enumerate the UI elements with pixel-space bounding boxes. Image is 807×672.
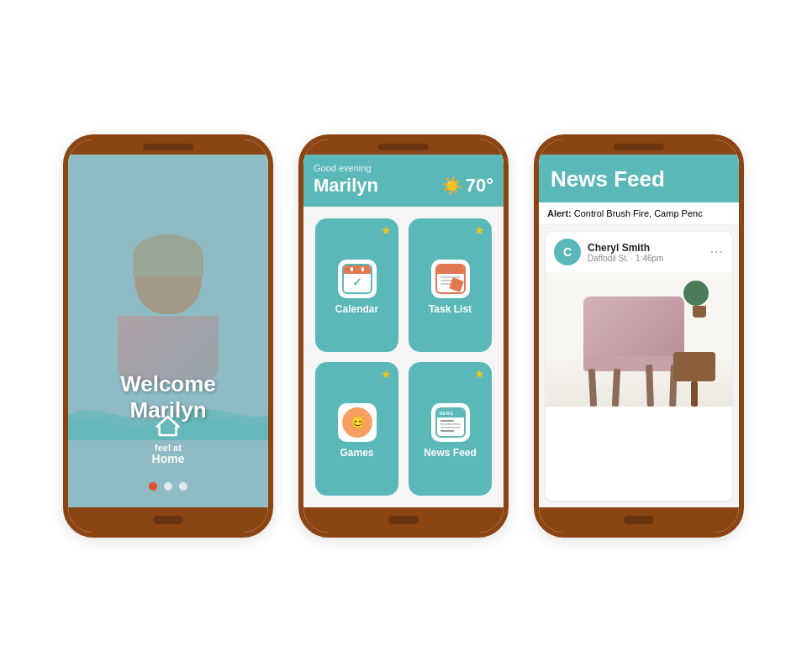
task-list-icon bbox=[435, 264, 466, 294]
calendar-tile[interactable]: ★ ✓ bbox=[315, 218, 398, 352]
feel-at-home-logo: feel at Home bbox=[152, 415, 185, 465]
phone-1-notch bbox=[143, 144, 193, 150]
task-list-tile[interactable]: ★ Task List bbox=[409, 218, 492, 352]
phone-3-newsfeed: News Feed Alert: Control Brush Fire, Cam… bbox=[534, 134, 744, 538]
phone-2-screen: Good evening Marilyn ☀️ 70° ★ bbox=[303, 155, 504, 507]
house-icon bbox=[152, 415, 185, 441]
newsfeed-post-card: C Cheryl Smith Daffodil St. · 1:46pm ··· bbox=[546, 232, 732, 501]
svg-marker-0 bbox=[157, 417, 179, 435]
news-feed-icon-box: NEWS bbox=[431, 403, 470, 442]
greeting-row: Marilyn ☀️ 70° bbox=[314, 175, 493, 197]
chair-seat bbox=[583, 356, 684, 371]
news-feed-label: News Feed bbox=[424, 447, 477, 459]
poster-avatar: C bbox=[554, 239, 581, 265]
games-label: Games bbox=[340, 447, 373, 459]
home-header: Good evening Marilyn ☀️ 70° bbox=[303, 155, 504, 207]
task-list-star: ★ bbox=[474, 223, 485, 237]
post-header: C Cheryl Smith Daffodil St. · 1:46pm ··· bbox=[546, 232, 732, 272]
calendar-label: Calendar bbox=[335, 303, 378, 315]
home-screen: Good evening Marilyn ☀️ 70° ★ bbox=[303, 155, 504, 507]
phone-3-home-button[interactable] bbox=[624, 516, 654, 524]
cal-pin-left bbox=[351, 267, 353, 271]
table-top bbox=[673, 352, 715, 381]
phone-2-home-button[interactable] bbox=[388, 516, 419, 524]
cal-body: ✓ bbox=[344, 274, 371, 291]
newsfeed-screen: News Feed Alert: Control Brush Fire, Cam… bbox=[539, 155, 739, 507]
logo-text: feel at Home bbox=[152, 443, 185, 465]
phone-2-top-bar bbox=[303, 139, 504, 155]
phone-3-top-bar bbox=[539, 139, 739, 155]
task-header bbox=[437, 265, 464, 274]
plant-pot bbox=[693, 306, 706, 318]
news-line-2 bbox=[440, 423, 461, 425]
welcome-line1: Welcome bbox=[120, 371, 216, 396]
poster-sub: Daffodil St. · 1:46pm bbox=[588, 254, 704, 263]
cal-pins bbox=[351, 267, 364, 271]
weather-widget: ☀️ 70° bbox=[441, 175, 493, 197]
phone-3-screen: News Feed Alert: Control Brush Fire, Cam… bbox=[539, 155, 739, 507]
phone-1-top-bar bbox=[68, 139, 268, 155]
games-icon: 😊 bbox=[342, 407, 372, 438]
cal-pin-right bbox=[361, 267, 364, 271]
phone-2-bottom-bar bbox=[303, 507, 504, 533]
games-tile[interactable]: ★ 😊 Games bbox=[315, 362, 398, 496]
more-options-button[interactable]: ··· bbox=[710, 244, 724, 260]
calendar-star: ★ bbox=[381, 223, 392, 237]
newsfeed-header: News Feed bbox=[539, 155, 739, 202]
dot-3[interactable] bbox=[179, 482, 187, 491]
news-line-1 bbox=[440, 420, 455, 422]
cal-checkmark: ✓ bbox=[352, 276, 362, 289]
side-table bbox=[673, 352, 715, 407]
greeting-name: Marilyn bbox=[314, 175, 378, 197]
svg-text:😊: 😊 bbox=[350, 416, 365, 430]
chair-leg-2 bbox=[612, 369, 620, 407]
welcome-screen: Welcome Marilyn feel at Home bbox=[68, 155, 268, 507]
apps-grid: ★ ✓ bbox=[303, 207, 504, 507]
news-header: NEWS bbox=[437, 409, 464, 417]
news-line-3 bbox=[440, 427, 461, 428]
phone-1-welcome: Welcome Marilyn feel at Home bbox=[63, 134, 273, 538]
phone-2-notch bbox=[378, 144, 429, 150]
news-mini-label: NEWS bbox=[440, 411, 454, 416]
phone-2-home: Good evening Marilyn ☀️ 70° ★ bbox=[298, 134, 509, 538]
post-meta: Cheryl Smith Daffodil St. · 1:46pm bbox=[588, 242, 704, 263]
games-star: ★ bbox=[381, 367, 392, 381]
plant-leaves bbox=[683, 281, 709, 306]
task-line-1 bbox=[440, 276, 461, 278]
task-list-icon-box bbox=[431, 260, 470, 298]
chair-leg-1 bbox=[588, 369, 597, 407]
news-feed-tile[interactable]: ★ NEWS bbox=[409, 362, 492, 496]
alert-text: Control Brush Fire, Camp Penc bbox=[574, 208, 703, 218]
poster-name: Cheryl Smith bbox=[588, 242, 704, 254]
phone-1-home-button[interactable] bbox=[153, 516, 183, 524]
dot-2[interactable] bbox=[164, 482, 172, 491]
phone-1-bottom-bar bbox=[68, 507, 268, 533]
phone-1-screen: Welcome Marilyn feel at Home bbox=[68, 155, 268, 507]
news-lines bbox=[437, 417, 464, 434]
news-feed-star: ★ bbox=[474, 367, 485, 381]
chair-leg-3 bbox=[646, 365, 654, 407]
news-line-4 bbox=[440, 430, 455, 432]
calendar-icon-box: ✓ bbox=[338, 260, 377, 298]
phone-3-notch bbox=[614, 144, 664, 150]
temperature: 70° bbox=[466, 175, 493, 197]
table-leg bbox=[691, 381, 698, 407]
games-icon-box: 😊 bbox=[338, 403, 377, 442]
sun-icon: ☀️ bbox=[441, 176, 462, 196]
phone-3-bottom-bar bbox=[539, 507, 739, 533]
chair-scene bbox=[546, 272, 732, 407]
plant bbox=[689, 289, 709, 318]
calendar-icon: ✓ bbox=[342, 264, 372, 294]
post-image bbox=[546, 272, 732, 407]
newsfeed-title: News Feed bbox=[551, 166, 727, 192]
logo-home: Home bbox=[152, 452, 185, 465]
cal-header bbox=[344, 265, 371, 274]
good-evening-text: Good evening bbox=[314, 163, 493, 173]
task-list-label: Task List bbox=[429, 303, 472, 315]
dots-indicator bbox=[149, 482, 187, 491]
alert-label: Alert: bbox=[547, 208, 572, 218]
chair-back bbox=[583, 297, 684, 360]
newsfeed-alert: Alert: Control Brush Fire, Camp Penc bbox=[539, 202, 739, 225]
news-feed-icon: NEWS bbox=[435, 407, 466, 438]
dot-1[interactable] bbox=[149, 482, 157, 491]
